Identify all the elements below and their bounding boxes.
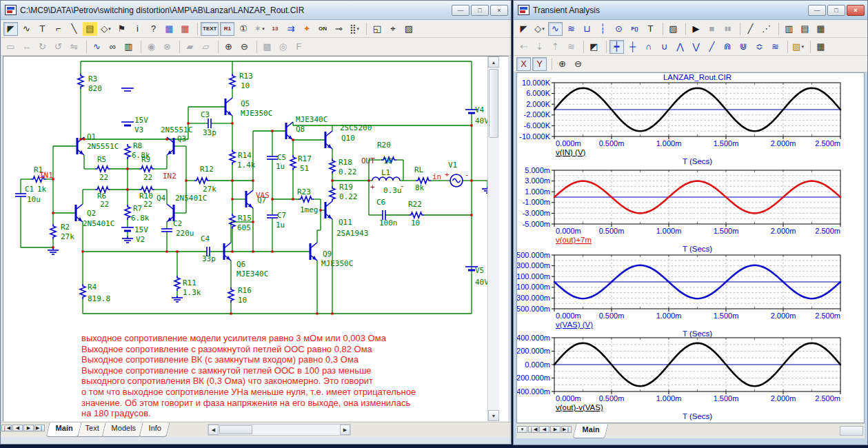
tab-nav-button[interactable]: ▶	[550, 426, 561, 433]
tab-nav-button[interactable]: ▾	[517, 426, 527, 433]
zoom-in-icon[interactable]: ⊕	[555, 57, 569, 71]
valley-icon[interactable]: ∪	[657, 40, 672, 54]
graphics-menu-icon[interactable]: ◇▾	[532, 22, 547, 36]
stack-curves-icon[interactable]: ≋	[564, 22, 578, 36]
properties-icon[interactable]: ▨	[666, 22, 680, 36]
tag-left-icon[interactable]: ⇠	[516, 40, 531, 54]
schematic-hscrollbar[interactable]: ◀ ▶	[208, 424, 351, 436]
border-toggle-icon[interactable]: ◱	[370, 22, 384, 36]
globe-tool-icon[interactable]: ◎	[276, 40, 290, 54]
properties-icon[interactable]: ▨	[401, 22, 416, 36]
value-display-toggle-icon[interactable]: R1	[220, 22, 234, 36]
tag-up-icon[interactable]: ⇡	[548, 40, 563, 54]
line-mode-icon[interactable]: ╲	[67, 22, 81, 36]
schematic-vscrollbar[interactable]: ▲ ▼	[487, 57, 499, 421]
pause-icon[interactable]: ▮▮	[720, 22, 735, 36]
numeric-output-icon[interactable]: ▦	[814, 40, 828, 54]
tab-nav-button[interactable]: ▶❘	[561, 426, 572, 433]
wip-toggle-caret-icon[interactable]: ▾	[262, 26, 265, 32]
run-icon[interactable]: ▶	[689, 22, 703, 36]
condition-display-icon[interactable]: ON	[315, 22, 330, 36]
info-point-icon[interactable]: ◉	[144, 40, 159, 54]
text-mode-icon[interactable]: T	[643, 22, 658, 36]
tab-nav-button[interactable]: ❘◀	[528, 426, 538, 433]
hscroll-thumb[interactable]	[219, 425, 252, 434]
find-icon[interactable]: ∞	[105, 40, 120, 54]
analysis-titlebar[interactable]: Transient Analysis —□×	[514, 1, 867, 20]
curve-fade-icon[interactable]: ≋	[564, 40, 578, 54]
plots-area[interactable]: LANZAR_Rout.CIR10.000K6.000K2.000K-2.000…	[516, 72, 865, 423]
minimize-button[interactable]: —	[808, 5, 826, 16]
select-mode-icon[interactable]: ◤	[3, 22, 18, 36]
global-low-icon[interactable]: ⋓	[736, 40, 751, 54]
line-tool-icon[interactable]: ╱	[743, 22, 758, 36]
close-button[interactable]: ×	[847, 5, 865, 16]
close-button[interactable]: ×	[490, 5, 508, 16]
scroll-left-icon[interactable]: ◀	[208, 425, 219, 435]
box-tool-icon[interactable]: ▭	[3, 40, 18, 54]
point-tag-icon[interactable]: ⊙	[612, 22, 626, 36]
zoom-out-icon[interactable]: ⊖	[237, 40, 252, 54]
global-high-icon[interactable]: ⋒	[720, 40, 735, 54]
cursor-right-icon[interactable]: ┼	[625, 40, 640, 54]
browse-icon[interactable]: ▥	[121, 40, 136, 54]
select-curve-icon[interactable]: ∿	[548, 22, 563, 36]
grid-toggle-caret-icon[interactable]: ▾	[356, 26, 359, 32]
cursor-left-icon[interactable]: ┿	[609, 40, 624, 54]
high-icon[interactable]: ⋀	[673, 40, 687, 54]
vertical-lines-view-icon[interactable]: ▥	[782, 22, 796, 36]
node-numbers-icon[interactable]: ▦	[162, 22, 176, 36]
component-menu-caret-icon[interactable]: ▾	[108, 26, 111, 32]
tab-nav-button[interactable]: ▶❘	[34, 425, 45, 431]
maximize-button[interactable]: □	[827, 5, 845, 16]
maximize-button[interactable]: □	[471, 5, 489, 16]
function-tag-icon[interactable]: F()	[627, 22, 642, 36]
3d-plot-icon[interactable]: ▧▾	[791, 40, 805, 54]
peak-icon[interactable]: ∩	[641, 40, 656, 54]
minimize-button[interactable]: —	[452, 5, 470, 16]
schematic-titlebar[interactable]: C:\MC9\DATA\Petrov\switching distortion\…	[1, 1, 511, 20]
component-menu-icon[interactable]: ◇▾	[99, 22, 113, 36]
tab-info[interactable]: Info	[139, 422, 170, 437]
low-icon[interactable]: ⋁	[689, 40, 703, 54]
date-stamp-icon[interactable]: 13	[268, 22, 282, 36]
measure-tool-icon[interactable]: ⋰	[759, 22, 774, 36]
scroll-up-icon[interactable]: ▲	[488, 57, 499, 68]
vscroll-thumb[interactable]	[489, 69, 498, 138]
wire-mode-icon[interactable]: ∿	[19, 22, 34, 36]
stretch-tool-icon[interactable]: ↔	[19, 40, 34, 54]
grid-view-icon[interactable]: ▦	[814, 22, 828, 36]
text-mode-icon[interactable]: T	[35, 22, 50, 36]
help-mode-icon[interactable]: ?	[146, 22, 161, 36]
zoom-in-icon[interactable]: ⊕	[221, 40, 236, 54]
flag-mode-icon[interactable]: ⚑	[114, 22, 129, 36]
font-tool-icon[interactable]: F	[292, 40, 306, 54]
cancel-point-icon[interactable]: ⊗	[160, 40, 174, 54]
rotate-ccw-tool-icon[interactable]: ↺	[51, 40, 65, 54]
wip-toggle-icon[interactable]: ✶▾	[252, 22, 266, 36]
info-mode-icon[interactable]: i	[130, 22, 145, 36]
tab-main[interactable]: Main	[572, 424, 608, 438]
stop-icon[interactable]: ■	[705, 22, 719, 36]
text-display-toggle-icon[interactable]: TEXT	[201, 22, 219, 36]
cursor-snap-icon[interactable]: ⌖	[385, 22, 400, 36]
node-voltages-icon[interactable]: ▦	[178, 22, 192, 36]
graphics-menu-caret-icon[interactable]: ▾	[542, 26, 545, 32]
cursor-mode-icon[interactable]: ┆	[596, 22, 610, 36]
y-scale-lock-icon[interactable]: Y	[532, 57, 547, 71]
envelope-icon[interactable]: ≎	[752, 40, 767, 54]
wave-group-icon[interactable]: ≋	[768, 40, 783, 54]
tab-nav-button[interactable]: ◀	[539, 426, 549, 433]
pattern-tool-icon[interactable]: ▩	[260, 40, 274, 54]
tab-nav-button[interactable]: ❘◀	[1, 425, 12, 431]
scale-mode-icon[interactable]: ⊔	[580, 22, 594, 36]
select-mode-icon[interactable]: ◤	[516, 22, 531, 36]
rotate-tool-icon[interactable]: ↻	[35, 40, 50, 54]
scroll-down-icon[interactable]: ▼	[488, 410, 499, 421]
tab-nav-button[interactable]: ▶	[23, 425, 34, 431]
grid-toggle-icon[interactable]: ⣿▾	[347, 22, 361, 36]
copy-to-clip-icon[interactable]: ▰	[183, 40, 197, 54]
ortho-wire-mode-icon[interactable]: ⌐	[51, 22, 65, 36]
lead-display-icon[interactable]: ⊸	[331, 22, 345, 36]
tab-models[interactable]: Models	[102, 422, 145, 437]
